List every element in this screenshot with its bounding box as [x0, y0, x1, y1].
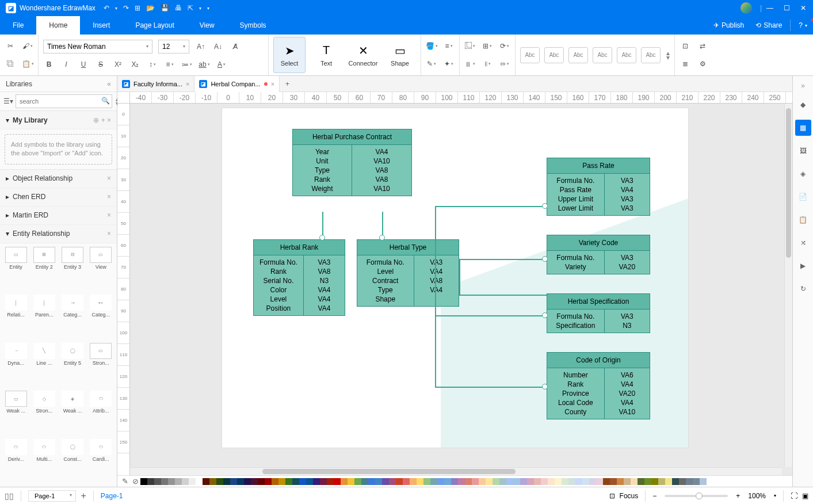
bold-icon[interactable]: B: [43, 59, 55, 70]
color-swatch[interactable]: [168, 478, 175, 485]
shape-item[interactable]: →Dyna...: [2, 342, 29, 388]
shuffle-panel-icon[interactable]: ⤨: [795, 235, 811, 251]
color-swatch[interactable]: [154, 478, 161, 485]
color-swatch[interactable]: [285, 478, 292, 485]
present-panel-icon[interactable]: ▶: [795, 258, 811, 274]
copy-icon[interactable]: ⿻: [5, 58, 16, 70]
notes-panel-icon[interactable]: 📄: [795, 189, 811, 205]
color-swatch[interactable]: [610, 478, 617, 485]
distribute-icon[interactable]: ⫴: [482, 58, 493, 70]
settings-icon[interactable]: ⚙: [697, 58, 708, 70]
color-swatch[interactable]: [258, 478, 265, 485]
save-icon[interactable]: 💾: [161, 4, 169, 12]
color-swatch[interactable]: [292, 478, 299, 485]
section-object-rel[interactable]: ▸ Object Relationship×: [0, 170, 117, 188]
connector-tool[interactable]: ✕Connector: [347, 37, 379, 73]
section-chen-erd[interactable]: ▸ Chen ERD×: [0, 188, 117, 207]
menu-file[interactable]: File: [0, 16, 36, 35]
entity-variety-code[interactable]: Variety Code Formula No.Variety VA3VA20: [547, 235, 650, 274]
shape-item[interactable]: ⬭Attrib...: [87, 390, 114, 436]
color-swatch[interactable]: [596, 478, 603, 485]
add-page-button[interactable]: +: [81, 491, 86, 501]
clipboard-panel-icon[interactable]: 📋: [795, 212, 811, 228]
line-style-icon[interactable]: ≡: [443, 40, 455, 52]
shape-item[interactable]: ◈Weak ...: [59, 390, 86, 436]
effects-icon[interactable]: ✦: [443, 58, 455, 70]
import-icon[interactable]: ⊕: [93, 116, 99, 124]
menu-home[interactable]: Home: [36, 16, 80, 35]
line-spacing-icon[interactable]: ↕: [147, 59, 158, 70]
superscript-icon[interactable]: X²: [112, 59, 124, 70]
menu-symbols[interactable]: Symbols: [227, 16, 279, 35]
entity-code-origin[interactable]: Code of Origin NumberRankProvinceLocal C…: [547, 352, 650, 419]
maximize-icon[interactable]: ☐: [784, 4, 790, 12]
shape-item[interactable]: ▭Weak ...: [2, 390, 29, 436]
shape-item[interactable]: ⊸Categ...: [59, 293, 86, 340]
color-swatch[interactable]: [700, 478, 707, 485]
image-panel-icon[interactable]: 🖼: [795, 143, 811, 159]
color-swatch[interactable]: [603, 478, 610, 485]
color-swatch[interactable]: [672, 478, 679, 485]
color-swatch[interactable]: [658, 478, 665, 485]
share-button[interactable]: ⟲Share: [750, 16, 788, 35]
color-swatch[interactable]: [513, 478, 520, 485]
search-icon[interactable]: 🔍: [101, 97, 110, 105]
color-swatch[interactable]: [348, 478, 354, 485]
ruler-origin[interactable]: [117, 92, 130, 104]
entity-pass-rate[interactable]: Pass Rate Formula No.Pass RateUpper Limi…: [547, 158, 650, 216]
color-swatch[interactable]: [334, 478, 341, 485]
color-swatch[interactable]: [686, 478, 693, 485]
entity-herbal-type[interactable]: Herbal Type Formula No.LevelContractType…: [357, 239, 459, 307]
find-icon[interactable]: ⊡: [680, 40, 691, 52]
size-icon[interactable]: ⬄: [499, 58, 510, 70]
italic-icon[interactable]: I: [60, 59, 72, 70]
eyedropper-icon[interactable]: ✎: [120, 477, 130, 486]
line-color-icon[interactable]: ✎: [426, 58, 437, 70]
color-swatch[interactable]: [278, 478, 285, 485]
color-swatch[interactable]: [582, 478, 589, 485]
color-swatch[interactable]: [568, 478, 575, 485]
color-swatch[interactable]: [479, 478, 486, 485]
bullets-icon[interactable]: ≔: [181, 59, 193, 70]
shape-item[interactable]: ◯Entity 5: [59, 342, 86, 388]
menu-insert[interactable]: Insert: [80, 16, 123, 35]
color-swatch[interactable]: [486, 478, 493, 485]
color-swatch[interactable]: [341, 478, 348, 485]
color-swatch[interactable]: [223, 478, 230, 485]
menu-page-layout[interactable]: Page Layout: [123, 16, 186, 35]
color-swatch[interactable]: [575, 478, 582, 485]
color-swatch[interactable]: [534, 478, 541, 485]
color-swatch[interactable]: [472, 478, 479, 485]
shape-item[interactable]: ▭Entity: [2, 246, 29, 292]
library-menu-icon[interactable]: ☰▾: [3, 95, 13, 108]
paste-icon[interactable]: 📋: [22, 58, 33, 70]
font-color-icon[interactable]: A: [216, 59, 227, 70]
layers-panel-icon[interactable]: ◈: [795, 166, 811, 182]
bring-front-icon[interactable]: ⿺: [464, 40, 476, 52]
color-swatch[interactable]: [444, 478, 451, 485]
highlight-icon[interactable]: ab: [199, 59, 210, 70]
focus-label[interactable]: Focus: [620, 492, 639, 500]
shape-item[interactable]: │Relati...: [2, 293, 29, 340]
color-swatch[interactable]: [693, 478, 700, 485]
color-swatch[interactable]: [327, 478, 334, 485]
close-tab-icon[interactable]: ×: [186, 81, 189, 87]
color-swatch[interactable]: [216, 478, 223, 485]
align-obj-icon[interactable]: ⫼: [464, 58, 476, 70]
zoom-in-button[interactable]: +: [736, 492, 740, 500]
zoom-slider[interactable]: [665, 495, 728, 497]
help-button[interactable]: ?▾: [793, 16, 813, 35]
color-swatch[interactable]: [679, 478, 686, 485]
color-swatch[interactable]: [313, 478, 320, 485]
increase-font-icon[interactable]: A↑: [195, 41, 207, 52]
color-swatch[interactable]: [520, 478, 527, 485]
current-page-label[interactable]: Page-1: [96, 492, 128, 500]
page-select[interactable]: Page-1: [28, 490, 76, 502]
color-swatch[interactable]: [548, 478, 555, 485]
color-swatch[interactable]: [265, 478, 272, 485]
fill-icon[interactable]: 🪣: [426, 40, 437, 52]
color-swatch[interactable]: [506, 478, 513, 485]
add-tab-button[interactable]: +: [280, 80, 295, 88]
canvas-viewport[interactable]: Herbal Purchase Contract YearUnitTypeRan…: [130, 104, 792, 464]
redo-icon[interactable]: ↷: [123, 4, 129, 12]
